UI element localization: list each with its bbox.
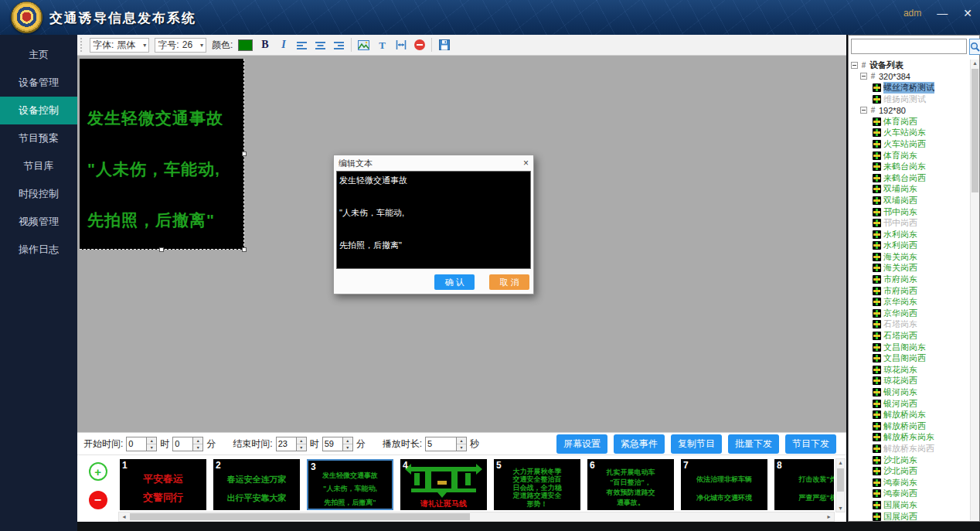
minimize-button[interactable]: — (937, 8, 948, 19)
dialog-close-button[interactable]: × (523, 158, 529, 168)
tree-device[interactable]: 琼花岗西 (850, 376, 969, 387)
resize-handle-corner[interactable] (242, 247, 247, 252)
tree-device[interactable]: 京华岗西 (850, 308, 969, 319)
program-thumbnail-2[interactable]: 2春运安全连万家出行平安靠大家 (213, 459, 300, 510)
scroll-up-icon[interactable]: ▴ (839, 459, 842, 466)
tree-device[interactable]: 国展岗东 (850, 499, 969, 511)
duration-stepper[interactable]: ▴▾ (456, 437, 467, 451)
start-minute-input[interactable] (172, 437, 192, 451)
batch-send-button[interactable]: 批量下发 (728, 434, 779, 454)
dialog-textarea[interactable] (336, 171, 531, 269)
scrollbar-thumb[interactable] (130, 513, 470, 520)
tree-device[interactable]: 沙北岗西 (850, 465, 969, 477)
tree-device[interactable]: 市府岗西 (850, 285, 969, 297)
tree-device[interactable]: 文昌阁岗西 (850, 352, 969, 364)
stop-button[interactable] (413, 38, 426, 52)
tree-device[interactable]: 邗中岗西 (850, 217, 969, 229)
sidebar-item-home[interactable]: 主页 (0, 41, 77, 69)
tree-device[interactable]: 解放桥岗东 (850, 409, 969, 420)
tree-device[interactable]: 邗中岗东 (850, 206, 969, 218)
font-size-select[interactable]: 字号: 26 ▾ (155, 38, 206, 53)
font-select[interactable]: 字体: 黑体 ▾ (90, 38, 149, 53)
tree-device[interactable]: 双埔岗东 (850, 184, 969, 196)
copy-program-button[interactable]: 复制节目 (671, 434, 722, 454)
start-hour-stepper[interactable]: ▴▾ (146, 437, 157, 451)
tree-device[interactable]: 琼花岗东 (850, 364, 969, 376)
program-thumbnail-6[interactable]: 6扎实开展电动车"百日整治"，有效预防道路交通事故。 (587, 459, 674, 510)
tree-device[interactable]: 螺丝湾桥测试 (850, 82, 969, 94)
duration-input[interactable] (425, 437, 456, 451)
tree-device[interactable]: 石塔岗东 (850, 319, 969, 331)
scroll-right-icon[interactable]: ▸ (824, 513, 834, 520)
program-thumbnail-4[interactable]: 4请礼让斑马线 (400, 459, 487, 510)
tree-device[interactable]: 体育岗东 (850, 150, 969, 162)
sidebar-item-device-management[interactable]: 设备管理 (0, 69, 77, 97)
tree-device[interactable]: 解放桥岗西 (850, 420, 969, 432)
tree-device[interactable]: 沙北岗东 (850, 454, 969, 466)
tree-device[interactable]: 来鹤台岗西 (850, 172, 969, 184)
tree-device[interactable]: 维扬岗测试 (850, 94, 969, 105)
resize-handle-bottom[interactable] (159, 247, 164, 252)
emergency-event-button[interactable]: 紧急事件 (614, 434, 665, 454)
tree-device[interactable]: 来鹤台岗东 (850, 161, 969, 172)
tree-device[interactable]: 双埔岗西 (850, 195, 969, 206)
align-left-button[interactable] (295, 38, 308, 52)
tree-root[interactable]: #设备列表 (850, 60, 969, 71)
tree-device[interactable]: 文昌阁岗东 (850, 342, 969, 353)
device-tree-scrollbar[interactable]: ▴ (970, 60, 979, 520)
italic-button[interactable]: I (277, 38, 290, 52)
scrollbar-thumb[interactable] (837, 468, 844, 492)
program-thumbnail-7[interactable]: 7依法治理非标车辆净化城市交通环境 (681, 459, 767, 510)
sidebar-item-video-management[interactable]: 视频管理 (0, 208, 77, 236)
end-hour-stepper[interactable]: ▴▾ (296, 437, 307, 451)
collapse-icon[interactable] (851, 62, 858, 69)
start-hour-input[interactable] (126, 437, 146, 451)
program-thumbnail-3[interactable]: 3发生轻微交通事故"人未伤，车能动,先拍照，后撤离" (307, 459, 393, 510)
tree-device[interactable]: 火车站岗东 (850, 128, 969, 139)
tree-device[interactable]: 水利岗东 (850, 229, 969, 240)
add-program-button[interactable]: + (89, 462, 107, 481)
end-hour-input[interactable] (276, 437, 296, 451)
start-minute-stepper[interactable]: ▴▾ (192, 437, 203, 451)
tree-device[interactable]: 火车站岗西 (850, 138, 969, 150)
tree-device[interactable]: 体育岗西 (850, 116, 969, 128)
program-thumbnail-1[interactable]: 1平安春运交警同行 (120, 459, 206, 510)
insert-text-button[interactable]: T (376, 38, 389, 52)
tree-device[interactable]: 市府岗东 (850, 274, 969, 285)
scroll-up-icon[interactable]: ▴ (973, 60, 976, 66)
scroll-left-icon[interactable]: ◂ (119, 513, 129, 520)
tree-device[interactable]: 海关岗东 (850, 251, 969, 263)
remove-program-button[interactable]: − (89, 491, 107, 509)
save-button[interactable] (437, 38, 451, 52)
tree-device[interactable]: 银河岗西 (850, 398, 969, 410)
end-minute-input[interactable] (322, 437, 342, 451)
tree-device[interactable]: 鸿泰岗东 (850, 477, 969, 488)
color-swatch[interactable] (238, 39, 253, 51)
program-thumbnail-8[interactable]: 8打击改装"炸严查严惩"机 (774, 459, 834, 510)
search-button[interactable] (969, 39, 980, 55)
tree-device[interactable]: 水利岗西 (850, 240, 969, 252)
cancel-button[interactable]: 取 消 (489, 274, 529, 290)
tree-device[interactable]: 解放桥东岗东 (850, 432, 969, 444)
resize-handle-right[interactable] (242, 151, 247, 156)
spacing-button[interactable] (394, 38, 407, 52)
insert-image-button[interactable] (357, 38, 370, 52)
program-send-button[interactable]: 节目下发 (785, 434, 836, 454)
collapse-icon[interactable] (860, 73, 867, 80)
tree-group-192*80[interactable]: #192*80 (850, 104, 969, 116)
align-right-button[interactable] (332, 38, 345, 52)
device-search-input[interactable] (851, 39, 967, 54)
sidebar-item-program-library[interactable]: 节目库 (0, 152, 77, 180)
thumbnails-vertical-scrollbar[interactable]: ▴ ▾ (835, 458, 846, 512)
align-center-button[interactable] (314, 38, 327, 52)
end-minute-stepper[interactable]: ▴▾ (342, 437, 353, 451)
sidebar-item-time-control[interactable]: 时段控制 (0, 180, 77, 208)
scrollbar-thumb[interactable] (971, 69, 978, 192)
tree-device[interactable]: 石塔岗西 (850, 330, 969, 342)
screen-settings-button[interactable]: 屏幕设置 (556, 434, 607, 454)
program-thumbnail-5[interactable]: 5大力开展秋冬季交通安全整治百日会战，全力稳定道路交通安全形势！ (494, 459, 580, 510)
collapse-icon[interactable] (860, 107, 867, 114)
tree-device[interactable]: 国展岗西 (850, 511, 969, 521)
tree-group-320*384[interactable]: #320*384 (850, 71, 969, 83)
bold-button[interactable]: B (258, 38, 271, 52)
